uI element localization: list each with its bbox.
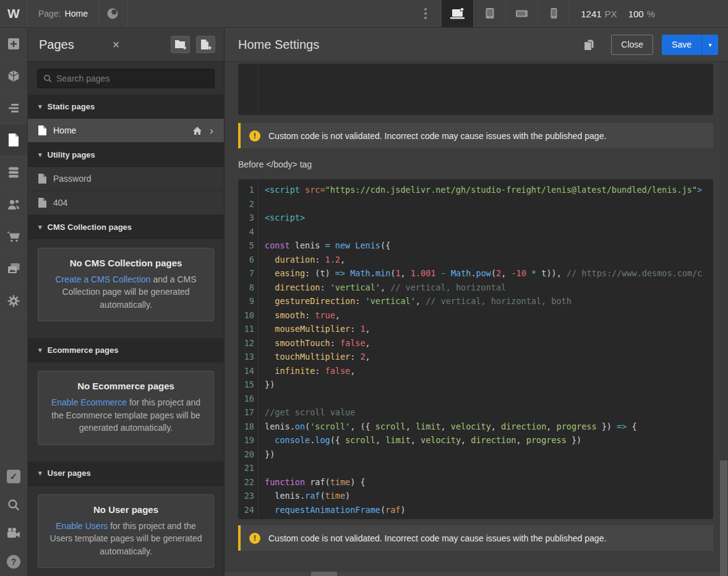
page-doc-icon <box>38 198 46 208</box>
zoom-value[interactable]: 100 <box>628 9 644 19</box>
line-number: 13 <box>238 350 254 364</box>
line-number: 8 <box>238 281 254 295</box>
page-name: Home <box>65 9 88 19</box>
section-utility-pages[interactable]: ▾ Utility pages <box>28 143 224 167</box>
find-button[interactable] <box>0 491 27 519</box>
canvas-metrics: 1241 PX 100 % <box>570 0 666 27</box>
folder-plus-icon <box>174 40 187 49</box>
breakpoint-tablet[interactable] <box>473 0 505 27</box>
search-row <box>28 62 224 95</box>
code-line: 19 console.log({ scroll, limit, velocity… <box>238 433 713 447</box>
code-line: 8 direction: 'vertical', // vertical, ho… <box>238 281 713 295</box>
users-button[interactable] <box>0 188 27 221</box>
save-button[interactable]: Save <box>662 35 701 55</box>
duplicate-page-button[interactable] <box>583 38 595 51</box>
page-indicator[interactable]: Page: Home <box>28 0 99 27</box>
search-icon <box>7 498 20 512</box>
video-tutorials-button[interactable] <box>0 519 27 548</box>
components-button[interactable] <box>0 60 27 92</box>
assets-button[interactable] <box>0 253 27 285</box>
canvas-width-unit: PX <box>605 9 617 19</box>
line-number: 2 <box>238 197 254 211</box>
create-cms-collection-link[interactable]: Create a CMS Collection <box>56 274 151 284</box>
code-line: 24 requestAnimationFrame(raf) <box>238 503 713 517</box>
cms-collections-button[interactable] <box>0 156 27 188</box>
line-number: 9 <box>238 294 254 308</box>
section-cms-pages[interactable]: ▾ CMS Collection pages <box>28 215 224 239</box>
code-line: 10 smooth: true, <box>238 308 713 323</box>
close-panel-icon[interactable]: × <box>113 38 120 51</box>
left-toolbar-bottom: ✓ ? <box>0 462 27 576</box>
page-icon <box>8 133 19 146</box>
line-number: 14 <box>238 364 254 378</box>
plus-square-icon <box>7 38 20 50</box>
section-label: Static pages <box>48 102 95 111</box>
home-icon <box>192 126 202 135</box>
preview-toggle[interactable] <box>99 0 127 27</box>
page-row-404[interactable]: 404 <box>28 191 224 215</box>
breakpoint-desktop[interactable] <box>441 0 473 27</box>
caret-down-icon: ▾ <box>38 223 42 231</box>
modal-title: Home Settings <box>238 38 319 52</box>
save-dropdown-button[interactable]: ▾ <box>701 35 718 55</box>
cart-icon <box>7 231 20 243</box>
add-elements-button[interactable] <box>0 28 27 60</box>
vertical-scrollbar[interactable] <box>719 62 728 576</box>
page-row-label: 404 <box>53 198 67 208</box>
logo-text: W <box>7 6 20 21</box>
breakpoint-phone-landscape[interactable] <box>505 0 537 27</box>
pages-panel-title: Pages <box>39 38 74 52</box>
ecommerce-empty-card: No Ecommerce pages Enable Ecommerce for … <box>38 371 214 444</box>
code-line: 15}) <box>238 378 713 392</box>
page-row-label: Password <box>53 174 91 184</box>
line-number: 23 <box>238 489 254 503</box>
zoom-unit: % <box>647 9 655 19</box>
more-menu-icon[interactable] <box>416 0 435 27</box>
magnifier-icon <box>43 74 52 83</box>
caret-down-icon: ▾ <box>38 346 42 354</box>
ecommerce-button[interactable] <box>0 221 27 253</box>
topbar: W Page: Home <box>0 0 728 28</box>
pages-panel-header: Pages × <box>28 28 224 62</box>
page-doc-icon <box>38 174 46 184</box>
pages-button[interactable] <box>0 124 27 156</box>
line-number: 4 <box>238 225 254 239</box>
chevron-right-icon[interactable]: › <box>210 125 213 136</box>
navigator-button[interactable] <box>0 92 27 124</box>
new-page-button[interactable] <box>196 36 215 53</box>
code-line: 3<script> <box>238 211 713 225</box>
line-number: 11 <box>238 322 254 336</box>
section-ecommerce-pages[interactable]: ▾ Ecommerce pages <box>28 338 224 362</box>
audit-button[interactable]: ✓ <box>0 462 27 491</box>
code-line: 1<script src="https://cdn.jsdelivr.net/g… <box>238 183 713 197</box>
new-folder-button[interactable] <box>171 36 190 53</box>
check-icon: ✓ <box>7 470 20 483</box>
horizontal-scrollbar-thumb[interactable] <box>311 572 337 576</box>
page-row-password[interactable]: Password <box>28 167 224 191</box>
webflow-logo[interactable]: W <box>0 0 28 27</box>
custom-code-warning-bottom: ! Custom code is not validated. Incorrec… <box>238 525 713 551</box>
code-line: 2 <box>238 197 713 211</box>
search-pages-input[interactable] <box>56 74 208 83</box>
enable-ecommerce-link[interactable]: Enable Ecommerce <box>51 397 127 407</box>
chevron-down-icon: ▾ <box>708 41 711 48</box>
section-user-pages[interactable]: ▾ User pages <box>28 462 224 486</box>
images-icon <box>7 263 20 275</box>
phone-landscape-icon <box>514 7 530 20</box>
settings-button[interactable] <box>0 285 27 317</box>
caret-down-icon: ▾ <box>38 469 42 477</box>
vertical-scrollbar-thumb[interactable] <box>720 460 727 576</box>
canvas-width-value[interactable]: 1241 <box>581 9 601 19</box>
section-static-pages[interactable]: ▾ Static pages <box>28 95 224 119</box>
body-code-editor[interactable]: 1<script src="https://cdn.jsdelivr.net/g… <box>238 179 713 519</box>
warning-text: Custom code is not validated. Incorrect … <box>268 533 606 543</box>
help-button[interactable]: ? <box>0 548 27 576</box>
head-code-editor-partial[interactable] <box>238 64 713 115</box>
close-button[interactable]: Close <box>611 35 653 55</box>
section-label: Utility pages <box>48 150 95 159</box>
enable-users-link[interactable]: Enable Users <box>56 521 108 531</box>
breakpoint-phone-portrait[interactable] <box>537 0 570 27</box>
horizontal-scrollbar[interactable] <box>225 572 719 576</box>
search-pages-box[interactable] <box>37 69 215 88</box>
page-row-home[interactable]: Home › <box>28 119 224 143</box>
